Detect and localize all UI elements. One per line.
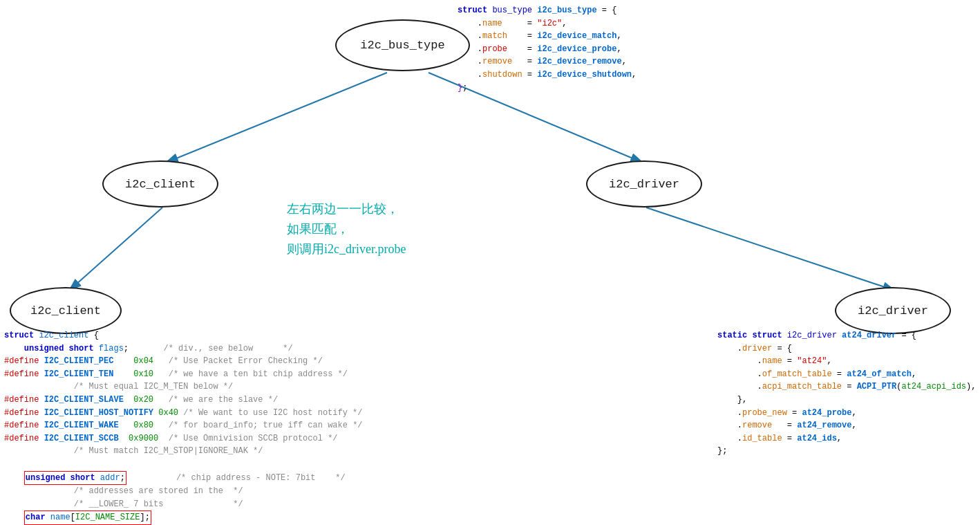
svg-line-3: [646, 208, 895, 291]
node-driver-mid: i2c_driver: [586, 160, 702, 208]
node-client-mid: i2c_client: [102, 160, 218, 208]
node-bus-type-label: i2c_bus_type: [360, 39, 444, 52]
main-canvas: i2c_bus_type i2c_client i2c_driver i2c_c…: [0, 0, 980, 525]
code-block-driver: static struct i2c_driver at24_driver = {…: [717, 329, 976, 458]
node-driver-mid-label: i2c_driver: [609, 178, 679, 191]
node-client-bot: i2c_client: [10, 287, 122, 334]
svg-line-0: [166, 73, 387, 163]
svg-line-2: [69, 208, 162, 291]
node-driver-bot: i2c_driver: [835, 287, 951, 334]
node-bus-type: i2c_bus_type: [335, 19, 470, 71]
node-driver-bot-label: i2c_driver: [858, 304, 928, 317]
annotation-text: 左右两边一一比较，如果匹配，则调用i2c_driver.probe: [287, 199, 406, 259]
node-client-bot-label: i2c_client: [30, 304, 101, 317]
code-block-bus-type: struct bus_type i2c_bus_type = { .name =…: [458, 4, 637, 94]
code-block-client: struct i2c_client { unsigned short flags…: [4, 329, 363, 525]
node-client-mid-label: i2c_client: [125, 178, 196, 191]
